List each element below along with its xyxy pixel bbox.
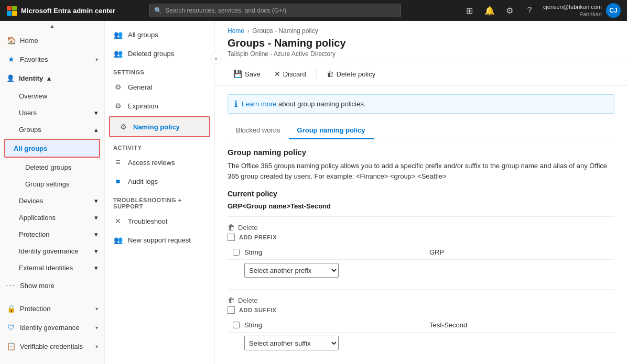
mid-nav-audit-logs[interactable]: ■ Audit logs — [105, 172, 214, 191]
expiration-nav-icon: ⚙ — [113, 101, 123, 111]
sidebar-item-users[interactable]: Users ▾ — [0, 104, 104, 121]
svg-rect-3 — [12, 11, 17, 16]
mid-nav: « 👥 All groups 👥 Deleted groups Settings… — [105, 21, 215, 364]
sidebar-label-deleted-groups: Deleted groups — [25, 163, 71, 171]
page-subtitle: Tailspin Online - Azure Active Directory — [228, 50, 614, 58]
portal-icon[interactable]: ⊞ — [463, 4, 476, 17]
mid-nav-new-support-label: New support request — [128, 236, 191, 244]
sidebar-item-devices[interactable]: Devices ▾ — [0, 192, 104, 209]
discard-icon: ✕ — [274, 70, 280, 78]
prefix-delete-row: 🗑 Delete — [228, 221, 614, 234]
sidebar-label-group-settings: Group settings — [25, 180, 70, 188]
sidebar-item-all-groups[interactable]: All groups — [5, 140, 99, 157]
breadcrumb-home[interactable]: Home — [228, 27, 244, 35]
mid-nav-general-label: General — [128, 83, 152, 91]
sidebar-label-show-more: Show more — [20, 282, 98, 290]
main-layout: ▲ 🏠 Home ★ Favorites ▾ 👤 Identity ▴ Over… — [0, 21, 627, 364]
sidebar-label-overview: Overview — [19, 92, 47, 100]
suffix-header: ADD SUFFIX — [228, 306, 614, 314]
mid-nav-general[interactable]: ⚙ General — [105, 78, 214, 96]
groups-chevron: ▴ — [94, 126, 98, 134]
learn-more-link[interactable]: Learn more — [242, 100, 276, 108]
favorites-icon: ★ — [6, 54, 16, 64]
info-icon: ℹ — [234, 99, 237, 109]
suffix-string-checkbox[interactable] — [233, 322, 240, 328]
sidebar-item-identity[interactable]: 👤 Identity ▴ — [0, 69, 104, 87]
settings-icon[interactable]: ⚙ — [503, 4, 516, 17]
prefix-delete-label[interactable]: Delete — [238, 224, 258, 231]
discard-button[interactable]: ✕ Discard — [268, 67, 312, 81]
prefix-label: ADD PREFIX — [239, 234, 277, 240]
tabs: Blocked words Group naming policy — [228, 122, 614, 139]
prefix-checkbox[interactable] — [228, 234, 235, 241]
suffix-select[interactable]: Select another suffix — [244, 336, 339, 350]
content-header: Home › Groups - Naming policy Groups - N… — [215, 21, 627, 62]
sidebar: ▲ 🏠 Home ★ Favorites ▾ 👤 Identity ▴ Over… — [0, 21, 105, 364]
tab-blocked-words[interactable]: Blocked words — [228, 122, 289, 139]
notification-icon[interactable]: 🔔 — [483, 4, 496, 17]
mid-nav-all-groups[interactable]: 👥 All groups — [105, 25, 214, 44]
sidebar-item-home[interactable]: 🏠 Home — [0, 31, 104, 50]
sidebar-item-protection[interactable]: Protection ▾ — [0, 226, 104, 242]
prefix-header: ADD PREFIX — [228, 234, 614, 241]
app-brand: Microsoft Entra admin center — [6, 5, 115, 16]
prefix-string-checkbox[interactable] — [233, 249, 240, 256]
save-button[interactable]: 💾 Save — [228, 67, 266, 81]
svg-rect-1 — [12, 6, 17, 10]
delete-policy-label: Delete policy — [337, 70, 375, 78]
troubleshoot-section-label: Troubleshooting + Support — [105, 191, 214, 212]
save-label: Save — [245, 70, 261, 78]
suffix-delete-row: 🗑 Delete — [228, 294, 614, 306]
sidebar-item-external-identities[interactable]: External Identities ▾ — [0, 259, 104, 276]
mid-nav-expiration[interactable]: ⚙ Expiration — [105, 96, 214, 115]
ver-creds-chevron: ▾ — [95, 344, 98, 349]
prefix-select[interactable]: Select another prefix — [244, 263, 339, 278]
sidebar-item-show-more[interactable]: ··· Show more — [0, 276, 104, 295]
mid-nav-access-reviews[interactable]: ≡ Access reviews — [105, 153, 214, 172]
prefix-string-check — [228, 249, 244, 256]
search-box[interactable]: 🔍 Search resources, services, and docs (… — [149, 4, 401, 17]
mid-nav-naming-policy[interactable]: ⚙ Naming policy — [110, 117, 209, 136]
mid-nav-new-support[interactable]: 👥 New support request — [105, 230, 214, 249]
mid-nav-all-groups-label: All groups — [128, 31, 158, 39]
sidebar-item-deleted-groups[interactable]: Deleted groups — [0, 159, 104, 175]
mid-nav-troubleshoot[interactable]: ✕ Troubleshoot — [105, 212, 214, 230]
mid-nav-audit-logs-label: Audit logs — [128, 178, 158, 185]
sidebar-item-applications[interactable]: Applications ▾ — [0, 209, 104, 226]
tab-group-naming-policy[interactable]: Group naming policy — [289, 122, 374, 139]
all-groups-nav-icon: 👥 — [113, 30, 123, 39]
user-menu[interactable]: cjensen@fabrikan.com Fabrikan CJ — [543, 3, 621, 18]
sidebar-label-protection-b: Protection — [20, 305, 91, 313]
sidebar-item-favorites[interactable]: ★ Favorites ▾ — [0, 50, 104, 69]
sidebar-item-protection-b[interactable]: 🔒 Protection ▾ — [0, 299, 104, 318]
suffix-delete-label[interactable]: Delete — [238, 296, 258, 304]
id-gov-b-chevron: ▾ — [95, 325, 98, 330]
protection-b-chevron: ▾ — [95, 306, 98, 312]
access-reviews-nav-icon: ≡ — [113, 158, 123, 167]
search-icon: 🔍 — [154, 7, 162, 14]
current-policy-label: Current policy — [228, 190, 614, 198]
sidebar-item-identity-gov-b[interactable]: 🛡 Identity governance ▾ — [0, 318, 104, 337]
sidebar-item-overview[interactable]: Overview — [0, 87, 104, 104]
sidebar-item-identity-governance[interactable]: Identity governance ▾ — [0, 242, 104, 259]
help-icon[interactable]: ? — [523, 4, 536, 17]
delete-policy-button[interactable]: 🗑 Delete policy — [321, 67, 381, 81]
prefix-string-value: GRP — [429, 248, 614, 256]
deleted-groups-nav-icon: 👥 — [113, 49, 123, 58]
user-info: cjensen@fabrikan.com Fabrikan — [543, 3, 602, 18]
sidebar-label-identity: Identity — [19, 74, 43, 82]
sidebar-item-learn-support[interactable]: ? Learn & support ▴ — [0, 360, 104, 364]
svg-rect-2 — [7, 11, 12, 16]
mid-nav-naming-policy-label: Naming policy — [133, 123, 180, 131]
suffix-string-type: String — [244, 321, 429, 329]
mid-nav-deleted-groups[interactable]: 👥 Deleted groups — [105, 44, 214, 63]
verifiable-creds-icon: 📋 — [6, 341, 16, 351]
sidebar-item-group-settings[interactable]: Group settings — [0, 175, 104, 192]
discard-label: Discard — [283, 70, 306, 78]
topbar-right: ⊞ 🔔 ⚙ ? cjensen@fabrikan.com Fabrikan CJ — [463, 3, 621, 18]
sidebar-item-verifiable-creds[interactable]: 📋 Verifiable credentials ▾ — [0, 337, 104, 356]
info-banner: ℹ Learn more about group naming policies… — [228, 94, 614, 114]
mid-nav-access-reviews-label: Access reviews — [128, 159, 175, 167]
suffix-checkbox[interactable] — [228, 306, 235, 314]
sidebar-item-groups[interactable]: Groups ▴ — [0, 121, 104, 138]
